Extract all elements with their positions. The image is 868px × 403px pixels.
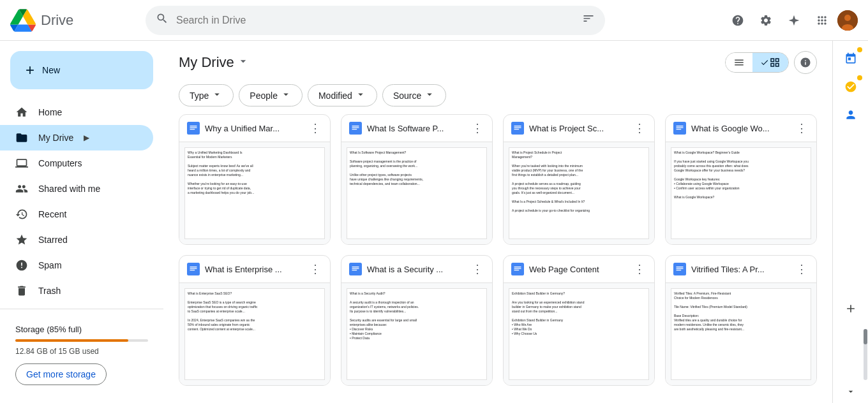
gemini-icon-button[interactable] <box>781 8 807 33</box>
doc-icon <box>187 122 200 135</box>
info-icon <box>800 57 811 68</box>
sidebar-item-starred[interactable]: Starred <box>0 227 153 253</box>
avatar[interactable] <box>837 10 858 31</box>
recent-icon <box>15 208 28 221</box>
doc-preview-text: What is Google Workspace? Beginner's Gui… <box>671 147 811 239</box>
sidebar: + New Home My Drive ▶ Computers Shared w… <box>0 41 163 403</box>
filter-people-label: People <box>250 91 278 101</box>
svg-rect-5 <box>511 122 524 135</box>
search-bar[interactable] <box>146 6 605 35</box>
doc-icon <box>511 263 524 275</box>
storage-label: Storage (85% full) <box>15 325 148 334</box>
card-more-button[interactable]: ⋮ <box>795 261 809 277</box>
info-button[interactable] <box>794 51 817 74</box>
filter-source[interactable]: Source <box>382 84 446 106</box>
card-preview-inner: What Is Software Project Management?Soft… <box>341 142 492 244</box>
doc-preview-text: Exhibition Stand Builder in Germany?Are … <box>509 288 649 380</box>
app-name: Drive <box>41 12 73 29</box>
support-icon-button[interactable] <box>725 8 751 33</box>
trash-icon <box>15 284 28 297</box>
storage-used-text: 12.84 GB of 15 GB used <box>15 347 148 356</box>
doc-icon <box>349 263 362 275</box>
card-preview-inner: What is Project Schedule in ProjectManag… <box>504 142 654 244</box>
topbar: Drive <box>0 0 868 41</box>
check-icon <box>760 58 769 67</box>
scroll-down-icon[interactable] <box>844 385 857 398</box>
card-title: Web Page Content <box>529 265 627 274</box>
card-preview-inner: What is Google Workspace? Beginner's Gui… <box>666 142 816 244</box>
search-input[interactable] <box>176 15 574 26</box>
sidebar-item-trash[interactable]: Trash <box>0 278 153 304</box>
filter-modified-label: Modified <box>318 91 352 101</box>
sidebar-label-spam: Spam <box>38 260 62 270</box>
doc-preview-text: What is Enterprise SaaS SEO?Enterprise S… <box>184 288 325 380</box>
sidebar-label-my-drive: My Drive <box>38 133 73 143</box>
file-card[interactable]: What Is Software P... ⋮ What Is Software… <box>341 114 493 245</box>
doc-icon <box>673 263 686 275</box>
filter-source-label: Source <box>393 91 421 101</box>
sidebar-label-computers: Computers <box>38 158 82 168</box>
file-card[interactable]: What is a Security ... ⋮ What is a Secur… <box>341 255 493 386</box>
sidebar-label-trash: Trash <box>38 286 61 296</box>
card-more-button[interactable]: ⋮ <box>470 261 484 277</box>
card-more-button[interactable]: ⋮ <box>632 120 647 136</box>
card-title: Vitrified Tiles: A Pr... <box>691 265 789 274</box>
new-plus-icon: + <box>26 61 34 79</box>
card-more-button[interactable]: ⋮ <box>470 120 484 136</box>
file-card[interactable]: Why a Unified Mar... ⋮ Why a Unified Mar… <box>179 114 331 245</box>
doc-preview-text: What Is Software Project Management?Soft… <box>347 147 487 239</box>
card-header: What is Google Wo... ⋮ <box>666 115 816 142</box>
file-card[interactable]: What is Project Sc... ⋮ What is Project … <box>503 114 655 245</box>
svg-rect-6 <box>673 122 686 135</box>
card-header: Vitrified Tiles: A Pr... ⋮ <box>666 256 816 283</box>
card-header: Why a Unified Mar... ⋮ <box>179 115 330 142</box>
grid-view-icon <box>769 57 781 68</box>
doc-preview-text: Vitrified Tiles: A Premium, Fire-Resista… <box>671 288 811 380</box>
new-button[interactable]: + New <box>10 51 153 89</box>
card-preview-inner: What is a Security Audit?A security audi… <box>341 283 492 385</box>
filter-source-chevron <box>424 89 435 102</box>
calendar-icon-button[interactable] <box>838 46 864 71</box>
drive-title[interactable]: My Drive <box>179 54 234 71</box>
view-controls <box>725 51 817 74</box>
card-more-button[interactable]: ⋮ <box>632 261 647 277</box>
card-more-button[interactable]: ⋮ <box>308 120 322 136</box>
filter-type[interactable]: Type <box>179 84 234 106</box>
filter-modified[interactable]: Modified <box>308 84 377 106</box>
sidebar-item-recent[interactable]: Recent <box>0 202 153 227</box>
card-title: What is Enterprise ... <box>205 265 303 274</box>
sidebar-item-home[interactable]: Home <box>0 99 153 125</box>
filter-type-label: Type <box>190 91 209 101</box>
sidebar-label-shared: Shared with me <box>38 184 100 194</box>
file-card[interactable]: Web Page Content ⋮ Exhibition Stand Buil… <box>503 255 655 386</box>
apps-icon-button[interactable] <box>809 8 835 33</box>
sidebar-item-computers[interactable]: Computers <box>0 150 153 176</box>
sidebar-item-shared[interactable]: Shared with me <box>0 176 153 202</box>
tasks-icon-button[interactable] <box>838 74 864 99</box>
storage-bar-fill <box>15 339 128 342</box>
svg-rect-7 <box>187 263 200 275</box>
card-title: What Is Software P... <box>367 124 465 133</box>
card-more-button[interactable]: ⋮ <box>308 261 322 277</box>
settings-icon-button[interactable] <box>753 8 779 33</box>
search-icon <box>156 12 168 28</box>
file-card[interactable]: What is Enterprise ... ⋮ What is Enterpr… <box>179 255 331 386</box>
file-card[interactable]: Vitrified Tiles: A Pr... ⋮ Vitrified Til… <box>665 255 817 386</box>
breadcrumb: My Drive <box>179 54 250 71</box>
filter-people[interactable]: People <box>239 84 303 106</box>
breadcrumb-chevron-icon[interactable] <box>237 55 250 71</box>
contacts-icon-button[interactable] <box>838 102 864 128</box>
get-more-storage-button[interactable]: Get more storage <box>15 363 107 385</box>
drive-logo-icon <box>10 8 36 33</box>
search-filter-icon[interactable] <box>582 12 595 28</box>
file-card[interactable]: What is Google Wo... ⋮ What is Google Wo… <box>665 114 817 245</box>
sidebar-item-my-drive[interactable]: My Drive ▶ <box>0 125 153 150</box>
card-more-button[interactable]: ⋮ <box>795 120 809 136</box>
content-area: My Drive <box>163 41 832 403</box>
list-view-button[interactable] <box>726 53 752 72</box>
sidebar-item-spam[interactable]: Spam <box>0 253 153 278</box>
add-apps-button[interactable] <box>838 296 864 321</box>
right-panel <box>832 41 868 403</box>
card-preview: What is a Security Audit?A security audi… <box>341 283 492 385</box>
grid-view-button[interactable] <box>752 53 788 72</box>
